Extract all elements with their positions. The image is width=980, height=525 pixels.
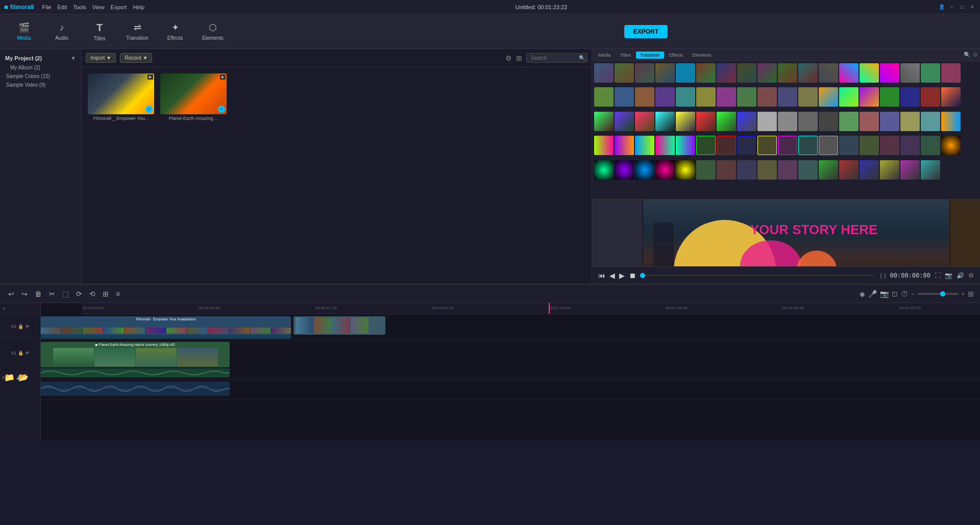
new-folder-icon[interactable]: 📁: [4, 372, 14, 382]
media-item-filmora[interactable]: ▶ ✓ Filmora9 _ Empower You...: [88, 73, 154, 121]
tool-titles[interactable]: T Titles: [82, 16, 117, 47]
effect-item[interactable]: [676, 136, 695, 155]
speed-icon[interactable]: ⏱: [901, 290, 908, 298]
effect-item[interactable]: [757, 112, 777, 131]
volume-icon[interactable]: 🔊: [957, 272, 964, 279]
effect-item[interactable]: [819, 63, 838, 83]
tab-elements[interactable]: Elements: [688, 52, 716, 59]
tool-media[interactable]: 🎬 Media: [6, 16, 42, 47]
effect-item[interactable]: [717, 112, 736, 131]
clip-v1-planet-earth[interactable]: ▶ Planet Earth Amazing nature scenery 10…: [41, 342, 230, 367]
effect-item[interactable]: [798, 160, 818, 180]
effect-item[interactable]: [860, 160, 879, 180]
clip-v2-filmora[interactable]: Filmora9 - Empower Your Imagination: [41, 316, 291, 335]
effect-item[interactable]: [676, 160, 695, 180]
sample-video-item[interactable]: Sample Video (9): [2, 81, 79, 89]
sample-colors-item[interactable]: Sample Colors (15): [2, 72, 79, 81]
effect-item[interactable]: [615, 63, 634, 83]
effect-item[interactable]: [778, 160, 797, 180]
voiceover-icon[interactable]: 🎤: [868, 290, 877, 298]
redo-button[interactable]: ↪: [19, 288, 30, 300]
reverse-button[interactable]: ⟲: [87, 288, 97, 300]
effect-item[interactable]: [594, 112, 614, 131]
effect-item[interactable]: [635, 112, 654, 131]
add-track-icon[interactable]: +: [2, 305, 6, 312]
effect-item[interactable]: [798, 63, 818, 83]
crop-button[interactable]: ⬚: [60, 288, 71, 300]
effect-item[interactable]: [615, 112, 634, 131]
effect-item[interactable]: [819, 136, 838, 155]
effect-item[interactable]: [880, 112, 899, 131]
tool-transition[interactable]: ⇌ Transition: [119, 16, 155, 47]
effect-item[interactable]: [921, 63, 940, 83]
menu-edit[interactable]: Edit: [57, 4, 67, 10]
effect-item[interactable]: [594, 160, 614, 180]
effect-item[interactable]: [696, 136, 716, 155]
effect-item[interactable]: [635, 63, 654, 83]
v1-lock-icon[interactable]: 🔒: [18, 351, 23, 356]
effect-item[interactable]: [941, 136, 961, 155]
effect-item[interactable]: [819, 87, 838, 107]
effect-item[interactable]: [737, 63, 756, 83]
tool-effects[interactable]: ✦ Effects: [157, 16, 193, 47]
play-backward-button[interactable]: ◀: [609, 271, 615, 280]
effect-item[interactable]: [880, 136, 899, 155]
chevron-down-icon[interactable]: ▼: [70, 55, 76, 61]
effect-item[interactable]: [737, 136, 756, 155]
menu-help[interactable]: Help: [133, 4, 144, 10]
menu-export[interactable]: Export: [111, 4, 127, 10]
settings-icon[interactable]: ⚙: [968, 272, 974, 279]
minimize-button[interactable]: −: [948, 4, 955, 11]
tab-effects[interactable]: Effects: [665, 52, 687, 59]
audio-adjust-button[interactable]: ≡: [114, 288, 122, 300]
effect-item[interactable]: [757, 136, 777, 155]
snapshot-icon[interactable]: 📷: [880, 290, 889, 298]
effect-item[interactable]: [860, 112, 879, 131]
effect-item[interactable]: [880, 87, 899, 107]
effect-item[interactable]: [635, 87, 654, 107]
fullscreen-icon[interactable]: ⛶: [935, 272, 941, 279]
undo-button[interactable]: ↩: [6, 288, 16, 300]
menu-view[interactable]: View: [92, 4, 105, 10]
effect-item[interactable]: [615, 87, 634, 107]
search-input[interactable]: [531, 55, 577, 61]
effect-item[interactable]: [839, 160, 859, 180]
effect-item[interactable]: [594, 63, 614, 83]
effects-filter-icon[interactable]: ⚙: [973, 52, 978, 58]
effect-item[interactable]: [737, 112, 756, 131]
effect-item[interactable]: [757, 63, 777, 83]
timeline-ruler[interactable]: 00:00:00:00 00:00:20:20 00:00:41:16 00:0…: [82, 303, 980, 314]
export-button[interactable]: EXPORT: [624, 25, 668, 38]
effect-item[interactable]: [737, 87, 756, 107]
effect-item[interactable]: [900, 63, 920, 83]
effect-item[interactable]: [900, 160, 920, 180]
zoom-in-icon[interactable]: +: [962, 291, 965, 297]
pip-icon[interactable]: ⊡: [892, 290, 898, 298]
effects-search-icon[interactable]: 🔍: [964, 52, 971, 58]
tab-titles[interactable]: Titles: [616, 52, 635, 59]
effect-item[interactable]: [717, 63, 736, 83]
effect-item[interactable]: [757, 160, 777, 180]
zoom-out-icon[interactable]: −: [911, 291, 914, 297]
effect-item[interactable]: [921, 136, 940, 155]
split-button[interactable]: ⊞: [101, 288, 111, 300]
effect-item[interactable]: [900, 87, 920, 107]
effect-item[interactable]: [921, 160, 940, 180]
tab-media[interactable]: Media: [594, 52, 615, 59]
grid-view-icon[interactable]: ⊞: [516, 54, 522, 62]
effect-item[interactable]: [839, 112, 859, 131]
effect-item[interactable]: [839, 136, 859, 155]
search-box[interactable]: 🔍: [526, 53, 587, 63]
effect-item[interactable]: [941, 63, 961, 83]
effect-item[interactable]: [737, 160, 756, 180]
clip-v2-2[interactable]: [293, 316, 385, 335]
stop-button[interactable]: ⏹: [629, 271, 636, 280]
filter-icon[interactable]: ⚙: [505, 54, 512, 62]
effect-item[interactable]: [819, 112, 838, 131]
effect-item[interactable]: [757, 87, 777, 107]
preview-scrubber[interactable]: [640, 274, 874, 276]
effect-item[interactable]: [655, 87, 675, 107]
maximize-button[interactable]: □: [959, 4, 966, 11]
album-item[interactable]: My Album (2): [2, 63, 79, 72]
effect-item[interactable]: [676, 63, 695, 83]
